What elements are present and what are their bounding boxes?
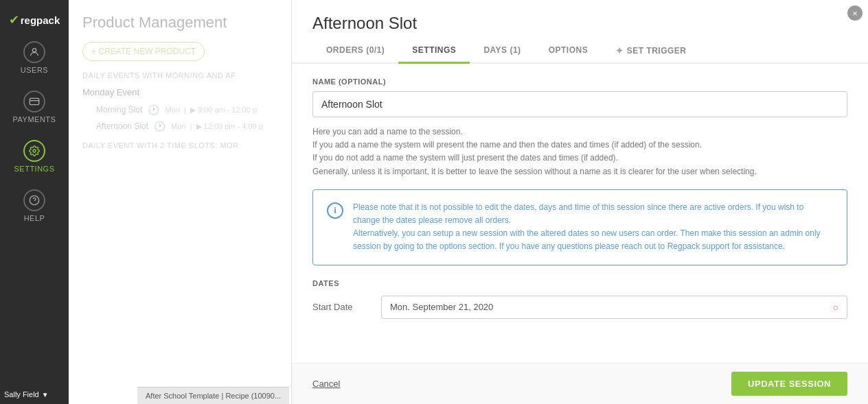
name-input[interactable] <box>312 91 847 117</box>
modal-close-button[interactable]: × <box>847 5 863 21</box>
modal-title: Afternoon Slot <box>292 0 868 40</box>
template-label: After School Template | Recipe (10090... <box>146 392 281 400</box>
info-text: Please note that it is not possible to e… <box>353 201 833 254</box>
start-date-value: Mon. September 21, 2020 <box>390 302 493 312</box>
tab-settings-label: SETTINGS <box>412 45 456 55</box>
sidebar-label-users: USERS <box>21 66 48 74</box>
sidebar-item-payments[interactable]: PAYMENTS <box>0 82 69 132</box>
modal-tabs: ORDERS (0/1) SETTINGS DAYS (1) OPTIONS ✦… <box>292 40 868 64</box>
tab-days-label: DAYS (1) <box>483 45 521 55</box>
info-box: i Please note that it is not possible to… <box>312 189 847 265</box>
user-bar: Sally Field ▼ <box>0 385 69 404</box>
cancel-label: Cancel <box>312 379 340 389</box>
modal-footer: Cancel UPDATE SESSION <box>292 363 868 404</box>
main-content: Product Management + CREATE NEW PRODUCT … <box>69 0 868 404</box>
sidebar-item-help[interactable]: HELP <box>0 181 69 230</box>
start-date-input[interactable]: Mon. September 21, 2020 ○ <box>381 296 847 319</box>
tab-days[interactable]: DAYS (1) <box>470 40 534 64</box>
close-icon: × <box>852 8 858 19</box>
sidebar: ✔ regpack USERS PAYMENTS SETTINGS <box>0 0 69 404</box>
info-line-2: Alternatively, you can setup a new sessi… <box>353 228 821 251</box>
tab-trigger-label: SET TRIGGER <box>627 46 687 56</box>
trigger-icon: ✦ <box>615 45 624 56</box>
dates-section-label: DATES <box>312 279 847 287</box>
user-dropdown-icon[interactable]: ▼ <box>42 391 49 399</box>
helper-line-2: If you add a name the system will presen… <box>312 140 702 150</box>
svg-point-3 <box>33 150 36 152</box>
tab-orders-label: ORDERS (0/1) <box>326 45 385 55</box>
tab-trigger[interactable]: ✦ SET TRIGGER <box>602 40 700 64</box>
logo-text: regpack <box>21 14 60 26</box>
cancel-button[interactable]: Cancel <box>312 379 340 389</box>
settings-icon <box>23 140 45 162</box>
sidebar-label-settings: SETTINGS <box>14 165 54 173</box>
svg-point-0 <box>32 49 36 52</box>
users-icon <box>23 41 45 63</box>
modal-body: NAME (OPTIONAL) Here you can add a name … <box>292 64 868 363</box>
name-field-label: NAME (OPTIONAL) <box>312 78 847 86</box>
logo-check-icon: ✔ <box>9 12 19 27</box>
helper-line-4: Generally, unless it is important, it is… <box>312 167 757 176</box>
helper-line-1: Here you can add a name to the session. <box>312 127 463 136</box>
sidebar-item-settings[interactable]: SETTINGS <box>0 132 69 181</box>
sidebar-item-users[interactable]: USERS <box>0 33 69 82</box>
tab-orders[interactable]: ORDERS (0/1) <box>312 40 398 64</box>
helper-text: Here you can add a name to the session. … <box>312 126 847 178</box>
update-session-button[interactable]: UPDATE SESSION <box>731 372 847 396</box>
help-icon <box>23 189 45 211</box>
helper-line-3: If you do not add a name the system will… <box>312 153 618 163</box>
info-icon: i <box>327 202 343 219</box>
update-label: UPDATE SESSION <box>748 379 831 389</box>
date-clear-icon[interactable]: ○ <box>833 302 838 313</box>
tab-settings[interactable]: SETTINGS <box>398 40 470 64</box>
info-line-1: Please note that it is not possible to e… <box>353 202 803 225</box>
user-name: Sally Field <box>4 390 39 399</box>
sidebar-label-payments: PAYMENTS <box>13 115 56 123</box>
payments-icon <box>23 91 45 112</box>
modal-overlay: × Afternoon Slot ORDERS (0/1) SETTINGS D… <box>69 0 868 404</box>
svg-rect-1 <box>30 98 38 104</box>
start-date-label: Start Date <box>312 302 367 312</box>
dates-row: Start Date Mon. September 21, 2020 ○ <box>312 296 847 319</box>
tab-options[interactable]: OPTIONS <box>535 40 602 64</box>
template-bar: After School Template | Recipe (10090... <box>137 387 289 404</box>
tab-options-label: OPTIONS <box>549 45 589 55</box>
sidebar-label-help: HELP <box>24 214 45 222</box>
modal-panel: × Afternoon Slot ORDERS (0/1) SETTINGS D… <box>291 0 868 404</box>
app-logo: ✔ regpack <box>3 7 66 33</box>
